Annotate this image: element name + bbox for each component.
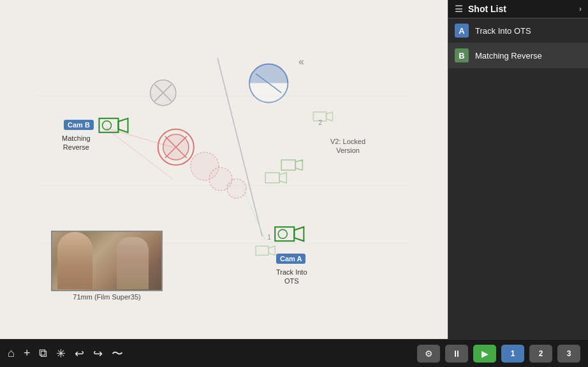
asterisk-icon[interactable]: ✳ [56,347,66,361]
shot-label-a: A [455,24,469,38]
gesture-icon[interactable]: 〜 [112,346,123,361]
panel-chevron[interactable]: › [579,4,582,13]
film-caption: 71mm (Film Super35) [51,293,163,301]
home-icon[interactable]: ⌂ [8,347,15,360]
pause-button[interactable]: ⏸ [445,345,468,363]
collapse-panel-button[interactable]: « [298,56,304,68]
canvas-area: 1 2 Cam B Matching Reverse Cam A Track I… [0,0,448,339]
svg-marker-20 [294,227,304,241]
shot-list-title: Shot List [468,4,506,14]
cam-b-label: Cam B [64,120,94,130]
svg-marker-26 [295,160,302,170]
list-icon: ☰ [455,4,463,14]
svg-marker-28 [279,173,286,183]
cam-b-description: Matching Reverse [62,134,91,152]
film-image [51,231,163,291]
redo-icon[interactable]: ↪ [93,347,103,361]
svg-marker-27 [265,173,279,183]
svg-marker-23 [119,119,128,133]
shot-list-item-a[interactable]: A Track Into OTS [448,18,588,43]
gear-button[interactable]: ⚙ [417,345,440,363]
undo-icon[interactable]: ↩ [75,347,84,361]
svg-text:2: 2 [318,119,322,126]
svg-marker-25 [281,160,295,170]
app-container: 1 2 Cam B Matching Reverse Cam A Track I… [0,0,588,367]
play-button[interactable]: ▶ [473,345,496,363]
content-area: 1 2 Cam B Matching Reverse Cam A Track I… [0,0,588,339]
svg-rect-21 [278,229,287,238]
svg-point-13 [227,179,246,198]
shot-list-item-b[interactable]: B Matching Reverse [448,43,588,68]
cam-a-description: Track Into OTS [276,268,307,286]
toolbar-right: ⚙ ⏸ ▶ 1 2 3 [417,345,580,363]
v2-label: V2: LockedVersion [330,137,365,155]
page-3-button[interactable]: 3 [557,345,580,363]
shot-label-b: B [455,48,469,62]
page-1-button[interactable]: 1 [501,345,524,363]
svg-line-6 [243,189,265,240]
toolbar: ⌂ + ⧉ ✳ ↩ ↪ 〜 ⚙ ⏸ ▶ 1 2 3 [0,339,588,367]
cam-a-label: Cam A [276,254,305,264]
svg-marker-31 [256,246,268,255]
film-thumbnail: 71mm (Film Super35) [51,231,163,301]
add-icon[interactable]: + [24,347,31,360]
svg-line-4 [105,128,172,147]
shot-name-b: Matching Reverse [475,51,542,61]
page-2-button[interactable]: 2 [529,345,552,363]
shot-list-panel: ☰ Shot List › A Track Into OTS B Matchin… [448,0,588,339]
layers-icon[interactable]: ⧉ [39,347,47,360]
shot-name-a: Track Into OTS [475,26,531,36]
svg-marker-32 [268,246,275,255]
shot-list-header: ☰ Shot List › [448,0,588,18]
svg-text:1: 1 [267,234,271,241]
svg-marker-30 [326,112,332,121]
